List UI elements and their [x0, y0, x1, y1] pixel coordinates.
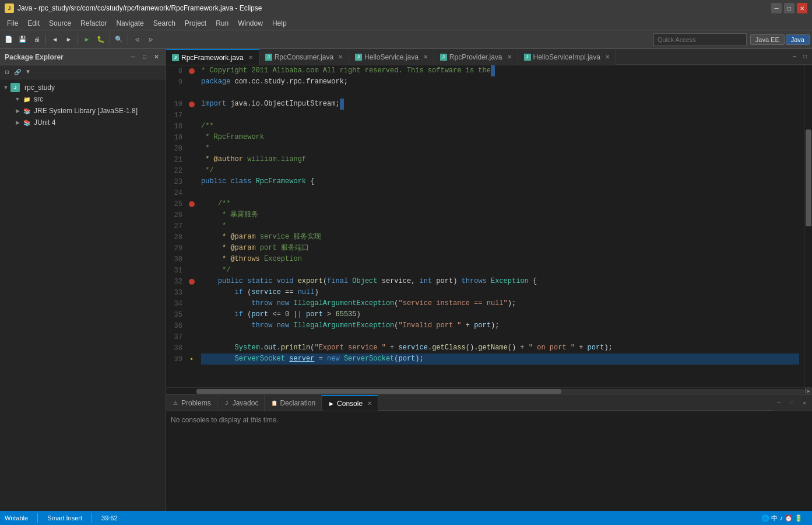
code-lines[interactable]: * Copyright 2011 Alibaba.com All right r…: [196, 65, 804, 387]
menu-window[interactable]: Window: [233, 16, 268, 30]
folder-icon-src: 📁: [22, 94, 31, 104]
tab-icon-helloserviceimpl: J: [524, 54, 531, 61]
new-button[interactable]: 📄: [2, 33, 15, 46]
menu-help[interactable]: Help: [268, 16, 291, 30]
collapse-all-button[interactable]: ⊟: [2, 68, 12, 77]
prev-button[interactable]: ◁: [131, 33, 143, 46]
editor-maximize[interactable]: □: [800, 52, 810, 61]
run-button[interactable]: ▶: [80, 33, 93, 46]
tab-javadoc[interactable]: J Javadoc: [217, 395, 265, 411]
horizontal-scrollbar[interactable]: ▶: [166, 387, 812, 394]
menu-file[interactable]: File: [2, 16, 23, 30]
perspective-switcher: Java EE Java: [750, 34, 810, 45]
code-line-31: */: [201, 265, 799, 276]
gutter-blank1: [166, 88, 196, 99]
code-line-29: * @param port 服务端口: [201, 243, 799, 254]
gutter-26: 26: [166, 209, 196, 220]
debug-button[interactable]: 🐛: [94, 33, 107, 46]
tab-close-rpcframework[interactable]: ✕: [248, 54, 253, 61]
tab-label-console: Console: [337, 400, 363, 408]
toolbar-separator-3: [110, 34, 110, 46]
minimize-button[interactable]: ─: [771, 3, 782, 13]
menu-source[interactable]: Source: [44, 16, 76, 30]
back-button[interactable]: ◀: [48, 33, 61, 46]
h-scroll-thumb[interactable]: [196, 389, 561, 394]
perspective-java[interactable]: Java: [786, 34, 810, 45]
tab-console[interactable]: ▶ Console ✕: [322, 395, 378, 411]
tab-rpcconsumer[interactable]: J RpcConsumer.java ✕: [259, 49, 349, 65]
tab-close-helloserviceimpl[interactable]: ✕: [605, 54, 610, 60]
bottom-panel: ⚠ Problems J Javadoc 📋 Declaration ▶ Con…: [166, 394, 812, 511]
tab-helloservice[interactable]: J HelloService.java ✕: [349, 49, 434, 65]
tab-icon-rpcprovider: J: [440, 54, 447, 61]
sidebar-toolbar: ⊟ 🔗 ▼: [0, 65, 166, 79]
gutter-35: 35: [166, 309, 196, 320]
bottom-panel-controls: ─ □ ✕: [774, 395, 812, 411]
next-button[interactable]: ▷: [145, 33, 157, 46]
gutter-9: 9: [166, 76, 196, 88]
toolbar-separator-1: [45, 34, 46, 46]
bottom-maximize[interactable]: □: [786, 398, 797, 408]
save-button[interactable]: 💾: [16, 33, 29, 46]
editor-scrollbar[interactable]: [804, 65, 812, 387]
maximize-button[interactable]: □: [784, 3, 795, 13]
gutter-28: 28: [166, 232, 196, 243]
gutter-18: 18: [166, 121, 196, 132]
console-close[interactable]: ✕: [367, 400, 372, 407]
breakpoint-10[interactable]: [189, 102, 195, 107]
bottom-close[interactable]: ✕: [799, 398, 810, 408]
tab-close-rpcprovider[interactable]: ✕: [507, 54, 512, 60]
menu-edit[interactable]: Edit: [23, 16, 44, 30]
breakpoint-8[interactable]: [189, 68, 195, 74]
package-explorer-title: Package Explorer: [5, 53, 126, 61]
sidebar-minimize[interactable]: ─: [128, 52, 138, 62]
close-button[interactable]: ✕: [797, 3, 807, 13]
scroll-right-btn[interactable]: ▶: [805, 388, 812, 395]
tab-label-helloserviceimpl: HelloServiceImpl.java: [533, 53, 600, 61]
tab-close-rpcconsumer[interactable]: ✕: [338, 54, 343, 60]
menu-refactor[interactable]: Refactor: [76, 16, 111, 30]
menu-search[interactable]: Search: [149, 16, 180, 30]
menu-bar: File Edit Source Refactor Navigate Searc…: [0, 16, 812, 30]
tab-declaration[interactable]: 📋 Declaration: [265, 395, 322, 411]
code-line-17: [201, 110, 799, 121]
tab-rpcprovider[interactable]: J RpcProvider.java ✕: [434, 49, 518, 65]
window-title: Java - rpc_study/src/com/cc/study/rpc/fr…: [17, 4, 771, 12]
tab-helloserviceimpl[interactable]: J HelloServiceImpl.java ✕: [518, 49, 616, 65]
menu-navigate[interactable]: Navigate: [111, 16, 148, 30]
tree-item-rpc-study[interactable]: ▼ J rpc_study: [0, 82, 166, 93]
scroll-thumb[interactable]: [806, 130, 811, 226]
code-line-blank1: [201, 88, 799, 99]
search-button[interactable]: 🔍: [113, 33, 125, 46]
print-button[interactable]: 🖨: [30, 33, 43, 46]
code-line-18: /**: [201, 121, 799, 132]
console-icon: ▶: [328, 400, 335, 407]
tab-rpcframework[interactable]: J RpcFramework.java ✕: [166, 49, 259, 65]
breakpoint-25[interactable]: [189, 201, 195, 207]
console-message: No consoles to display at this time.: [171, 416, 279, 424]
tree-item-jre[interactable]: ▶ 📚 JRE System Library [JavaSE-1.8]: [0, 105, 166, 117]
code-line-8: * Copyright 2011 Alibaba.com All right r…: [201, 65, 799, 76]
menu-run[interactable]: Run: [211, 16, 233, 30]
tab-problems[interactable]: ⚠ Problems: [166, 395, 217, 411]
bottom-minimize[interactable]: ─: [774, 398, 784, 408]
sidebar-close[interactable]: ✕: [152, 52, 161, 62]
tab-label-problems: Problems: [181, 399, 211, 407]
sidebar-menu-button[interactable]: ▼: [23, 68, 33, 77]
forward-button[interactable]: ▶: [62, 33, 75, 46]
editor-minimize[interactable]: ─: [790, 52, 799, 61]
tab-close-helloservice[interactable]: ✕: [423, 54, 428, 60]
tree-item-src[interactable]: ▼ 📁 src: [0, 93, 166, 105]
tree-item-junit[interactable]: ▶ 📚 JUnit 4: [0, 117, 166, 128]
expand-arrow-rpc-study: ▼: [2, 84, 9, 91]
sidebar-maximize[interactable]: □: [140, 52, 149, 62]
gutter-27: 27: [166, 220, 196, 232]
sidebar-tree: ▼ J rpc_study ▼ 📁 src ▶ 📚 JRE System Lib…: [0, 79, 166, 511]
code-line-30: * @throws Exception: [201, 254, 799, 265]
quick-access-input[interactable]: [653, 33, 747, 46]
menu-project[interactable]: Project: [180, 16, 211, 30]
perspective-javaee[interactable]: Java EE: [750, 34, 785, 45]
breakpoint-32[interactable]: [189, 279, 195, 285]
tree-label-rpc-study: rpc_study: [24, 83, 55, 92]
link-editor-button[interactable]: 🔗: [13, 68, 22, 77]
